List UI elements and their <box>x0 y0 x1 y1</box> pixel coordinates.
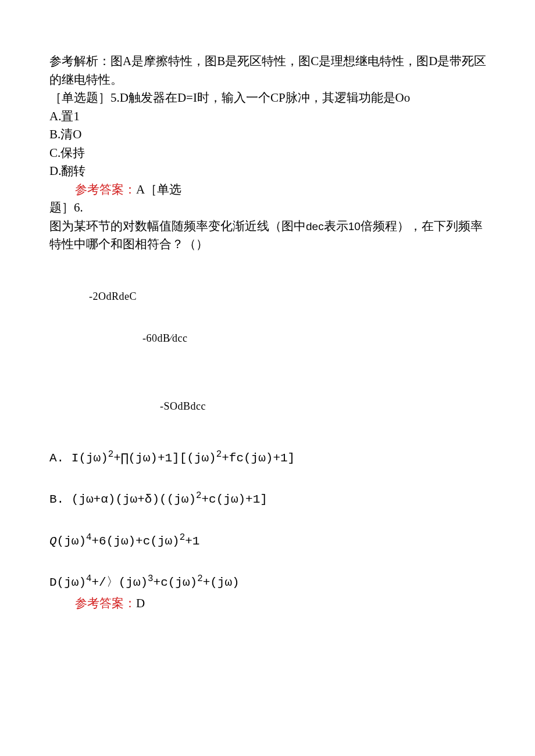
q5-text: D触发器在D=I时，输入一个CP脉冲，其逻辑功能是Oo <box>120 91 411 105</box>
diagram-label-1: -2OdRdeC <box>49 289 488 304</box>
q6-text-b: 表示 <box>324 219 348 233</box>
q6-bracket-line: 题］6. <box>49 199 488 217</box>
q6-stem: 图为某环节的对数幅值随频率变化渐近线（图中dec表示10倍频程），在下列频率特性… <box>49 217 488 254</box>
q5-option-c: C.保持 <box>49 144 488 163</box>
q5-prefix: ［单选题］5. <box>49 91 120 105</box>
q6-option-d: D(jω)4+/〉(jω)3+c(jω)2+(jω) <box>49 574 488 592</box>
q6-10: 10 <box>348 220 361 232</box>
q6-options: A. I(jω)2+∏(jω)+1][(jω)2+fc(jω)+1] B. (j… <box>49 449 488 613</box>
q6-option-a: A. I(jω)2+∏(jω)+1][(jω)2+fc(jω)+1] <box>49 449 488 468</box>
answer-value: D <box>136 596 145 610</box>
answer-label: 参考答案： <box>75 596 136 610</box>
q5-option-a: A.置1 <box>49 108 488 126</box>
q6-diagram-labels: -2OdRdeC -60dB⁄dcc -SOdBdcc <box>49 289 488 414</box>
answer-label: 参考答案： <box>75 182 136 196</box>
q5-option-b: B.清O <box>49 126 488 144</box>
q5-stem: ［单选题］5.D触发器在D=I时，输入一个CP脉冲，其逻辑功能是Oo <box>49 89 488 108</box>
q6-text-a: 图为某环节的对数幅值随频率变化渐近线（图中 <box>49 219 306 233</box>
q6-bracket-prefix: ［单选 <box>145 182 181 196</box>
q6-dec: dec <box>306 220 324 232</box>
q6-answer: 参考答案：D <box>49 594 488 613</box>
q6-option-c: Q(jω)4+6(jω)+c(jω)2+1 <box>49 532 488 551</box>
q5-option-d: D.翻转 <box>49 162 488 181</box>
q4-explanation: 参考解析：图A是摩擦特性，图B是死区特性，图C是理想继电特性，图D是带死区的继电… <box>49 52 488 89</box>
explain-label: 参考解析： <box>49 54 110 68</box>
diagram-label-2: -60dB⁄dcc <box>49 331 488 346</box>
answer-value: A <box>136 182 145 196</box>
diagram-label-3: -SOdBdcc <box>49 399 488 414</box>
explain-text: 图A是摩擦特性，图B是死区特性，图C是理想继电特性，图D是带死区的继电特性。 <box>49 54 486 87</box>
q5-answer: 参考答案：A［单选 <box>49 181 488 199</box>
q6-option-b: B. (jω+α)(jω+δ)((jω)2+c(jω)+1] <box>49 490 488 509</box>
